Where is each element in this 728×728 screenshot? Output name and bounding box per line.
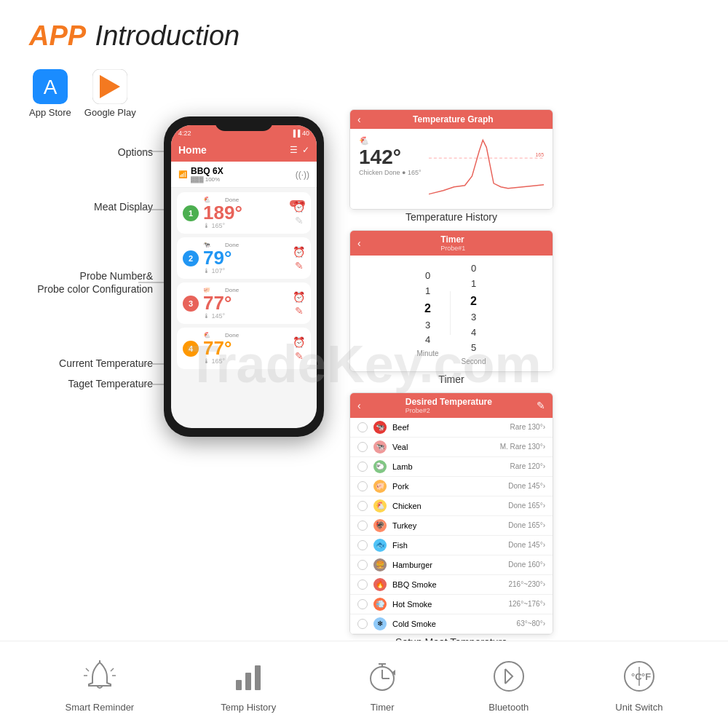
hamburger-icon: 🍔 [373, 558, 387, 571]
smart-reminder-icon [80, 657, 119, 696]
probe4-clock-icon[interactable]: ⏰ [293, 336, 305, 348]
bottom-smart-reminder: Smart Reminder [66, 657, 135, 713]
app-store-badge[interactable]: A App Store [29, 69, 71, 118]
check-icon[interactable]: ✓ [302, 145, 309, 155]
desired-check-turkey [357, 521, 368, 531]
bottom-temp-history: Temp History [221, 657, 276, 713]
desired-row-coldsmoke[interactable]: ❄ Cold Smoke 63°~80°› [350, 614, 553, 634]
desired-edit-icon[interactable]: ✎ [537, 400, 545, 411]
probe1-edit-icon[interactable]: ✎ [295, 215, 304, 226]
bluetooth-icon-svg [491, 658, 527, 695]
timer-sec-5: 5 [471, 341, 476, 356]
temp-graph-title: Temperature Graph [413, 114, 493, 124]
desired-row-pork[interactable]: 🐖 Pork Done 145°› [350, 477, 553, 496]
probe4-side-icons: ⏰ ✎ [293, 336, 305, 362]
desired-temp-card: ‹ Desired Temperature Probe#2 ✎ 🐄 Beef R… [349, 392, 553, 635]
desired-row-hotsmoke[interactable]: 💨 Hot Smoke 126°~176°› [350, 595, 553, 614]
pork-name: Pork [392, 482, 508, 491]
phone-header-icons: ☰ ✓ [290, 145, 309, 155]
desired-check-chicken [357, 501, 368, 511]
lamb-icon: 🐑 [373, 460, 387, 473]
hotsmoke-icon: 💨 [373, 598, 387, 611]
probe3-side-icons: ⏰ ✎ [293, 291, 305, 317]
phone-header-title: Home [178, 144, 207, 156]
unit-switch-label: Unit Switch [615, 702, 662, 713]
desired-check-hotsmoke [357, 599, 368, 609]
unit-switch-icon: °C °F [620, 657, 659, 696]
timer-subtitle: Probe#1 [440, 245, 465, 252]
probe-card-4: 4 🐔 Done 77° 🌡 165° ⏰ ✎ [177, 328, 311, 369]
turkey-name: Turkey [392, 521, 508, 530]
timer-min-4: 4 [425, 333, 430, 348]
fish-name: Fish [392, 541, 508, 550]
svg-text:165°: 165° [535, 152, 544, 157]
probe3-temp: 77° [203, 293, 239, 312]
desired-row-bbq[interactable]: 🔥 BBQ Smoke 216°~230°› [350, 575, 553, 595]
page-header: APP Introduction [0, 0, 728, 59]
temp-chart-svg: 165° [429, 136, 544, 202]
feature-labels: Options Meat Display Probe Number&Probe … [15, 124, 160, 561]
bell-icon-svg [82, 658, 118, 695]
probe2-edit-icon[interactable]: ✎ [295, 260, 304, 272]
device-battery: ▓▓▓ 100% [191, 176, 223, 183]
timer-body: 0 1 2 3 4 Minute 0 1 2 [350, 256, 553, 371]
timer-min-1: 1 [425, 284, 430, 299]
bbq-icon: 🔥 [373, 578, 387, 591]
desired-check-beef [357, 422, 368, 432]
temp-history-label: Temp History [221, 702, 276, 713]
svg-point-24 [494, 662, 523, 691]
device-icon: 📶 [178, 170, 187, 178]
temp-graph-body: 🐔 142° Chicken Done ● 165° 165° [350, 129, 553, 209]
timer-sec-0: 0 [471, 261, 476, 277]
bluetooth-icon [489, 657, 529, 696]
phone-notch [215, 116, 273, 131]
probe1-clock-icon[interactable]: ⏰ [293, 201, 305, 213]
svg-line-12 [86, 668, 89, 671]
turkey-val: Done 165°› [508, 521, 545, 529]
google-play-badge[interactable]: Google Play [84, 69, 136, 118]
probe2-target: 🌡 107° [203, 267, 239, 274]
lamb-val: Rare 120°› [510, 462, 545, 470]
desired-back[interactable]: ‹ [357, 400, 361, 411]
app-store-label: App Store [29, 107, 71, 118]
probe2-clock-icon[interactable]: ⏰ [293, 246, 305, 258]
app-store-icon: A [33, 69, 68, 104]
bottom-bar: Smart Reminder Temp History Timer [0, 641, 728, 728]
chicken-name: Chicken [392, 502, 508, 510]
tg-chicken-icon: 🐔 [359, 136, 422, 146]
desired-row-fish[interactable]: 🐟 Fish Done 145°› [350, 536, 553, 555]
desired-header: ‹ Desired Temperature Probe#2 ✎ [350, 393, 553, 418]
timer-second-col: 0 1 2 3 4 5 Second [462, 261, 486, 365]
svg-line-13 [111, 668, 114, 671]
probe1-temp: 189° [203, 203, 242, 222]
desired-row-hamburger[interactable]: 🍔 Hamburger Done 160°› [350, 555, 553, 575]
probe-card-2: 2 🐄 Done 79° 🌡 107° ⏰ ✎ [177, 237, 311, 279]
desired-body: 🐄 Beef Rare 130°› 🐄 Veal M. Rare 130°› 🐑… [350, 418, 553, 634]
veal-icon: 🐄 [373, 440, 387, 454]
chart-icon-svg [230, 658, 266, 695]
probe3-edit-icon[interactable]: ✎ [295, 305, 304, 317]
probe3-clock-icon[interactable]: ⏰ [293, 291, 305, 303]
desired-check-pork [357, 481, 368, 491]
pork-icon: 🐖 [373, 480, 387, 493]
timer-back[interactable]: ‹ [357, 237, 361, 249]
probe-cards-container: 1 🐔 Done 189° 🌡 165° -47° [171, 188, 317, 373]
main-content: Options Meat Display Probe Number&Probe … [0, 124, 728, 561]
phone-signal: ▐▐ 40 [291, 130, 309, 137]
beef-val: Rare 130°› [510, 423, 545, 431]
desired-title: Desired Temperature [405, 397, 492, 407]
desired-row-lamb[interactable]: 🐑 Lamb Rare 120°› [350, 457, 553, 477]
menu-icon[interactable]: ☰ [290, 145, 298, 155]
desired-row-beef[interactable]: 🐄 Beef Rare 130°› [350, 418, 553, 438]
desired-row-veal[interactable]: 🐄 Veal M. Rare 130°› [350, 438, 553, 457]
temp-graph-back[interactable]: ‹ [357, 114, 361, 125]
google-play-icon [92, 69, 127, 104]
connector-lines [15, 124, 167, 561]
tg-chart: 165° [429, 136, 544, 202]
coldsmoke-icon: ❄ [373, 617, 387, 630]
desired-row-turkey[interactable]: 🦃 Turkey Done 165°› [350, 516, 553, 536]
desired-row-chicken[interactable]: 🐔 Chicken Done 165°› [350, 496, 553, 516]
desired-check-coldsmoke [357, 619, 368, 629]
tg-degree: 142° [359, 146, 422, 169]
probe4-edit-icon[interactable]: ✎ [295, 350, 304, 362]
